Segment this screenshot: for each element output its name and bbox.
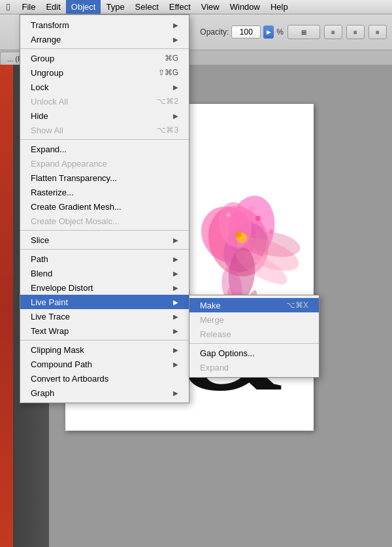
menubar-type[interactable]: Type <box>101 0 129 14</box>
menu-compound-label: Compound Path <box>31 359 173 369</box>
menu-live-paint-arrow: ▶ <box>173 299 178 306</box>
menu-expand-app-label: Expand Appearance <box>31 159 178 169</box>
menubar-apple[interactable]:  <box>0 0 16 14</box>
submenu-merge-label: Merge <box>200 315 224 325</box>
menu-unlock-all[interactable]: Unlock All ⌥⌘2 <box>20 94 189 108</box>
color-strip-red <box>0 65 13 547</box>
menu-clipping-mask[interactable]: Clipping Mask ▶ <box>20 342 189 357</box>
menu-group-shortcut: ⌘G <box>165 54 178 63</box>
menu-path-label: Path <box>31 254 173 264</box>
menu-text-wrap-arrow: ▶ <box>173 327 178 335</box>
menu-expand[interactable]: Expand... <box>20 142 189 156</box>
live-paint-submenu: Make ⌥⌘X Merge Release Gap Options... Ex… <box>189 295 319 378</box>
menu-show-all-label: Show All <box>31 125 144 135</box>
submenu-gap-label: Gap Options... <box>200 348 255 358</box>
menu-group-label: Group <box>31 54 152 63</box>
menu-arrange[interactable]: Arrange ▶ <box>20 32 189 46</box>
menu-gradient-mesh[interactable]: Create Gradient Mesh... <box>20 199 189 214</box>
menubar-select[interactable]: Select <box>130 0 164 14</box>
menu-graph-label: Graph <box>31 388 173 398</box>
menu-convert-artboards[interactable]: Convert to Artboards <box>20 371 189 386</box>
menu-path-arrow: ▶ <box>173 256 178 263</box>
menu-blend-arrow: ▶ <box>173 270 178 277</box>
menu-path[interactable]: Path ▶ <box>20 252 189 266</box>
svg-point-10 <box>255 216 261 221</box>
opacity-pct: % <box>276 27 284 37</box>
menu-live-paint[interactable]: Live Paint ▶ Make ⌥⌘X Merge Release Gap … <box>20 295 189 309</box>
menu-graph-arrow: ▶ <box>173 390 178 397</box>
menu-arrange-label: Arrange <box>31 35 173 44</box>
menu-live-trace-label: Live Trace <box>31 312 173 322</box>
menubar-object[interactable]: Object <box>66 0 101 14</box>
menu-text-wrap-label: Text Wrap <box>31 326 173 336</box>
menu-hide[interactable]: Hide ▶ <box>20 108 189 123</box>
svg-point-11 <box>269 229 273 233</box>
menu-blend-label: Blend <box>31 269 173 278</box>
svg-point-12 <box>248 205 255 212</box>
menu-clipping-label: Clipping Mask <box>31 345 173 355</box>
menu-slice-arrow: ▶ <box>173 237 178 244</box>
menu-lock-label: Lock <box>31 82 173 92</box>
menu-ungroup-shortcut: ⇧⌘G <box>158 68 178 77</box>
menu-show-all-shortcut: ⌥⌘3 <box>157 125 178 135</box>
menubar-file[interactable]: File <box>16 0 41 14</box>
menu-group[interactable]: Group ⌘G <box>20 51 189 65</box>
menu-lock-arrow: ▶ <box>173 84 178 91</box>
toolbar-btn-1[interactable]: ⊞ <box>287 25 320 39</box>
menu-transform[interactable]: Transform ▶ <box>20 18 189 32</box>
menubar-help[interactable]: Help <box>265 0 293 14</box>
menu-slice[interactable]: Slice ▶ <box>20 233 189 247</box>
opacity-arrow[interactable]: ▶ <box>263 25 274 39</box>
menu-expand-label: Expand... <box>31 144 178 154</box>
menu-expand-appearance[interactable]: Expand Appearance <box>20 156 189 171</box>
submenu-merge[interactable]: Merge <box>189 312 319 327</box>
menu-rasterize-label: Rasterize... <box>31 188 178 197</box>
menu-rasterize[interactable]: Rasterize... <box>20 185 189 199</box>
menu-unlock-shortcut: ⌥⌘2 <box>157 97 178 106</box>
menu-arrange-arrow: ▶ <box>173 36 178 43</box>
menu-object-mosaic[interactable]: Create Object Mosaic... <box>20 214 189 228</box>
menu-ungroup[interactable]: Ungroup ⇧⌘G <box>20 65 189 80</box>
menu-hide-arrow: ▶ <box>173 112 178 120</box>
toolbar-btn-2[interactable]: ≡ <box>324 25 342 39</box>
menu-show-all[interactable]: Show All ⌥⌘3 <box>20 123 189 137</box>
menu-convert-label: Convert to Artboards <box>31 374 178 384</box>
menu-flatten[interactable]: Flatten Transparency... <box>20 171 189 185</box>
menu-slice-label: Slice <box>31 235 173 245</box>
toolbar-btn-3[interactable]: ≡ <box>346 25 365 39</box>
menu-compound-path[interactable]: Compound Path ▶ <box>20 357 189 371</box>
object-menu: Transform ▶ Arrange ▶ Group ⌘G Ungroup ⇧… <box>20 14 189 403</box>
menu-hide-label: Hide <box>31 111 173 121</box>
menu-mosaic-label: Create Object Mosaic... <box>31 216 178 226</box>
menu-graph[interactable]: Graph ▶ <box>20 386 189 400</box>
menubar-view[interactable]: View <box>196 0 225 14</box>
menu-unlock-label: Unlock All <box>31 97 144 107</box>
submenu-expand[interactable]: Expand <box>189 360 319 374</box>
menu-live-trace[interactable]: Live Trace ▶ <box>20 309 189 323</box>
submenu-make[interactable]: Make ⌥⌘X <box>189 298 319 312</box>
menu-blend[interactable]: Blend ▶ <box>20 266 189 280</box>
toolbar-btn-4[interactable]: ≡ <box>368 25 387 39</box>
submenu-gap-options[interactable]: Gap Options... <box>189 346 319 360</box>
submenu-release[interactable]: Release <box>189 327 319 341</box>
menu-flatten-label: Flatten Transparency... <box>31 173 178 183</box>
menubar-effect[interactable]: Effect <box>164 0 196 14</box>
opacity-section: Opacity: ▶ % <box>200 25 284 39</box>
sep-4 <box>20 249 189 250</box>
menu-live-paint-label: Live Paint <box>31 297 173 307</box>
menu-transform-arrow: ▶ <box>173 22 178 29</box>
sep-2 <box>20 139 189 140</box>
sep-3 <box>20 230 189 231</box>
menu-envelope[interactable]: Envelope Distort ▶ <box>20 280 189 295</box>
menubar-window[interactable]: Window <box>225 0 265 14</box>
menu-live-trace-arrow: ▶ <box>173 313 178 320</box>
menu-text-wrap[interactable]: Text Wrap ▶ <box>20 323 189 338</box>
opacity-input[interactable] <box>231 25 261 39</box>
submenu-make-label: Make <box>200 301 221 310</box>
menu-envelope-arrow: ▶ <box>173 284 178 291</box>
menu-lock[interactable]: Lock ▶ <box>20 80 189 94</box>
submenu-make-shortcut: ⌥⌘X <box>286 301 308 310</box>
menu-transform-label: Transform <box>31 20 173 30</box>
menubar-edit[interactable]: Edit <box>41 0 65 14</box>
menu-envelope-label: Envelope Distort <box>31 283 173 293</box>
